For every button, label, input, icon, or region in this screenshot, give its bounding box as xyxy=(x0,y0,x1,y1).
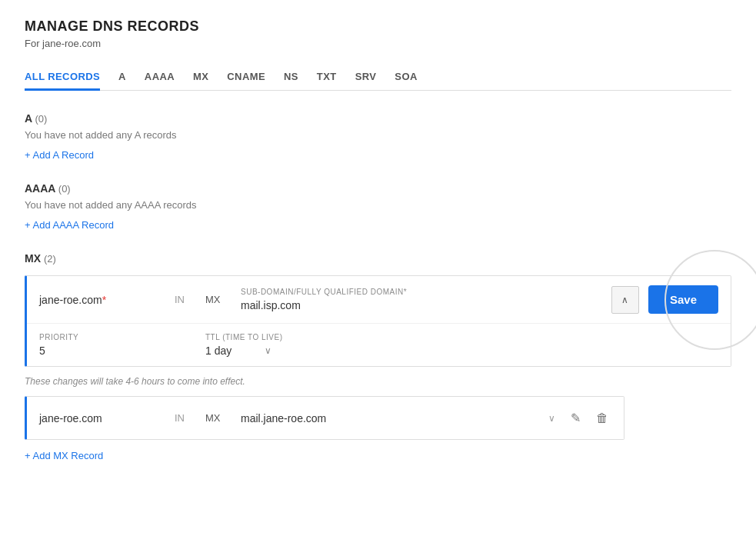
mx-subdomain-field: SUB-DOMAIN/FULLY QUALIFIED DOMAIN* xyxy=(241,288,599,311)
mx-domain-field: jane-roe.com* xyxy=(39,294,162,306)
delete-record-button[interactable]: 🗑 xyxy=(593,408,611,428)
tab-a[interactable]: A xyxy=(118,65,126,91)
mx-section: MX (2) jane-roe.com* IN MX SUB-DOMAIN/FU… xyxy=(25,252,731,461)
a-section-header: A (0) xyxy=(25,112,731,125)
changes-note: These changes will take 4-6 hours to com… xyxy=(25,376,731,387)
tab-aaaa[interactable]: AAAA xyxy=(145,65,175,91)
existing-record-type: MX xyxy=(205,412,228,424)
add-mx-record-link[interactable]: + Add MX Record xyxy=(25,450,103,461)
tab-txt[interactable]: TXT xyxy=(317,65,337,91)
aaaa-section-count: (0) xyxy=(58,183,71,195)
a-section-title: A xyxy=(25,112,32,125)
page-subtitle: For jane-roe.com xyxy=(25,38,731,49)
mx-form-bottom-row: PRIORITY 5 TTL (Time to Live) 1 day 2 da… xyxy=(27,324,731,366)
aaaa-section: AAAA (0) You have not added any AAAA rec… xyxy=(25,182,731,231)
existing-record-in: IN xyxy=(175,412,193,424)
mx-existing-record: jane-roe.com IN MX mail.jane-roe.com ∨ ✎… xyxy=(25,396,624,440)
mx-in-label: IN xyxy=(175,294,193,305)
subdomain-input[interactable] xyxy=(241,299,599,311)
tab-ns[interactable]: NS xyxy=(284,65,298,91)
a-section-count: (0) xyxy=(35,113,47,125)
ttl-chevron-icon: ∨ xyxy=(265,345,271,356)
edit-icon: ✎ xyxy=(571,411,581,424)
tab-all-records[interactable]: ALL RECORDS xyxy=(25,65,100,91)
mx-type-badge: MX xyxy=(205,294,228,305)
tab-cname[interactable]: CNAME xyxy=(227,65,265,91)
existing-record-domain: jane-roe.com xyxy=(39,412,162,424)
ttl-row: 1 day 2 days 4 hours 1 hour 30 minutes ∨ xyxy=(205,345,283,357)
add-a-record-link[interactable]: + Add A Record xyxy=(25,149,94,161)
tab-srv[interactable]: SRV xyxy=(355,65,377,91)
priority-label: PRIORITY xyxy=(39,333,193,341)
mx-section-title: MX xyxy=(25,252,41,265)
priority-field: PRIORITY 5 xyxy=(39,333,193,357)
up-arrow-icon: ∧ xyxy=(621,295,628,305)
priority-value: 5 xyxy=(39,345,193,357)
existing-record-value: mail.jane-roe.com xyxy=(241,412,536,424)
save-button[interactable]: Save xyxy=(648,285,718,314)
page-title: MANAGE DNS RECORDS xyxy=(25,18,731,35)
tab-mx[interactable]: MX xyxy=(193,65,208,91)
a-section-empty: You have not added any A records xyxy=(25,129,731,141)
mx-section-header: MX (2) xyxy=(25,252,731,265)
mx-section-count: (2) xyxy=(44,253,56,265)
mx-edit-form: jane-roe.com* IN MX SUB-DOMAIN/FULLY QUA… xyxy=(25,275,731,367)
aaaa-section-title: AAAA xyxy=(25,182,55,195)
save-area: ∧ Save xyxy=(611,285,718,314)
ttl-label: TTL (Time to Live) xyxy=(205,333,283,341)
tab-soa[interactable]: SOA xyxy=(395,65,417,91)
delete-icon: 🗑 xyxy=(596,411,608,424)
existing-record-actions: ✎ 🗑 xyxy=(568,408,611,428)
add-aaaa-record-link[interactable]: + Add AAAA Record xyxy=(25,219,114,231)
existing-record-chevron-icon: ∨ xyxy=(548,413,555,424)
collapse-button[interactable]: ∧ xyxy=(611,286,639,314)
aaaa-section-empty: You have not added any AAAA records xyxy=(25,199,731,211)
ttl-select[interactable]: 1 day 2 days 4 hours 1 hour 30 minutes xyxy=(205,345,258,357)
tabs-bar: ALL RECORDS A AAAA MX CNAME NS TXT SRV S… xyxy=(25,65,731,91)
aaaa-section-header: AAAA (0) xyxy=(25,182,731,195)
mx-form-top-row: jane-roe.com* IN MX SUB-DOMAIN/FULLY QUA… xyxy=(27,276,731,324)
edit-record-button[interactable]: ✎ xyxy=(568,408,584,428)
subdomain-label: SUB-DOMAIN/FULLY QUALIFIED DOMAIN* xyxy=(241,288,599,296)
a-section: A (0) You have not added any A records +… xyxy=(25,112,731,161)
mx-domain-value: jane-roe.com* xyxy=(39,294,106,306)
ttl-field: TTL (Time to Live) 1 day 2 days 4 hours … xyxy=(205,333,283,357)
